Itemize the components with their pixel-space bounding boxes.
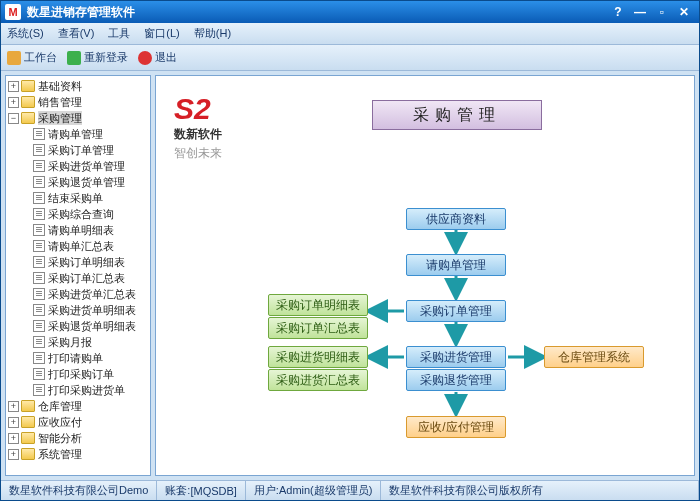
tree-node-purchase[interactable]: −采购管理 [6,110,150,126]
doc-icon [33,288,45,300]
menu-tools[interactable]: 工具 [108,26,130,41]
doc-icon [33,320,45,332]
doc-icon [33,352,45,364]
doc-icon [33,272,45,284]
flow-req[interactable]: 请购单管理 [406,254,506,276]
status-user: 用户:Admin(超级管理员) [246,481,382,500]
flow-recsummary[interactable]: 采购进货汇总表 [268,369,368,391]
page-title: 采购管理 [372,100,542,130]
tree-item[interactable]: 打印采购进货单 [6,382,150,398]
flow-ap[interactable]: 应收/应付管理 [406,416,506,438]
menu-help[interactable]: 帮助(H) [194,26,231,41]
tree-item[interactable]: 采购订单管理 [6,142,150,158]
doc-icon [33,224,45,236]
nav-tree[interactable]: +基础资料 +销售管理 −采购管理 请购单管理 采购订单管理 采购进货单管理 采… [5,75,151,476]
menu-view[interactable]: 查看(V) [58,26,95,41]
tree-item[interactable]: 采购订单汇总表 [6,270,150,286]
minimize-button[interactable]: — [629,4,651,20]
tree-item[interactable]: 打印采购订单 [6,366,150,382]
menu-system[interactable]: 系统(S) [7,26,44,41]
flow-posummary[interactable]: 采购订单汇总表 [268,317,368,339]
brand-logo: S2 [174,94,222,124]
tree-node-arap[interactable]: +应收应付 [6,414,150,430]
relogin-button[interactable]: 重新登录 [67,50,128,65]
content-canvas: S2 数新软件 智创未来 采购管理 供应商资料 请购单管理 采购订 [155,75,695,476]
tree-item[interactable]: 采购进货单明细表 [6,302,150,318]
flow-podetail[interactable]: 采购订单明细表 [268,294,368,316]
tree-node-system[interactable]: +系统管理 [6,446,150,462]
tree-item[interactable]: 采购退货单明细表 [6,318,150,334]
tree-item[interactable]: 采购综合查询 [6,206,150,222]
tree-item[interactable]: 采购进货单管理 [6,158,150,174]
exit-button[interactable]: 退出 [138,50,177,65]
tree-item[interactable]: 打印请购单 [6,350,150,366]
doc-icon [33,144,45,156]
tree-node-warehouse[interactable]: +仓库管理 [6,398,150,414]
flow-po[interactable]: 采购订单管理 [406,300,506,322]
tree-item[interactable]: 采购退货单管理 [6,174,150,190]
folder-icon [21,112,35,124]
flow-return[interactable]: 采购退货管理 [406,369,506,391]
doc-icon [33,160,45,172]
tree-item[interactable]: 采购订单明细表 [6,254,150,270]
flow-recdetail[interactable]: 采购进货明细表 [268,346,368,368]
tree-node-analysis[interactable]: +智能分析 [6,430,150,446]
flow-supplier[interactable]: 供应商资料 [406,208,506,230]
tree-item[interactable]: 请购单管理 [6,126,150,142]
folder-icon [21,448,35,460]
relogin-icon [67,51,81,65]
tree-node-sales[interactable]: +销售管理 [6,94,150,110]
flow-warehouse[interactable]: 仓库管理系统 [544,346,644,368]
workbench-icon [7,51,21,65]
doc-icon [33,208,45,220]
close-button[interactable]: ✕ [673,4,695,20]
status-copyright: 数星软件科技有限公司版权所有 [381,481,699,500]
flow-receipt[interactable]: 采购进货管理 [406,346,506,368]
app-title: 数星进销存管理软件 [27,4,135,21]
brand-line2: 智创未来 [174,145,222,162]
folder-icon [21,80,35,92]
doc-icon [33,176,45,188]
status-company: 数星软件科技有限公司Demo [1,481,157,500]
doc-icon [33,336,45,348]
app-logo-icon: M [5,4,21,20]
tree-item[interactable]: 请购单汇总表 [6,238,150,254]
doc-icon [33,368,45,380]
help-button[interactable]: ? [607,4,629,20]
doc-icon [33,384,45,396]
doc-icon [33,240,45,252]
doc-icon [33,128,45,140]
doc-icon [33,192,45,204]
status-set: 账套:[MQSDB] [157,481,246,500]
folder-icon [21,416,35,428]
statusbar: 数星软件科技有限公司Demo 账套:[MQSDB] 用户:Admin(超级管理员… [1,480,699,500]
menubar: 系统(S) 查看(V) 工具 窗口(L) 帮助(H) [1,23,699,45]
titlebar: M 数星进销存管理软件 ? — ▫ ✕ [1,1,699,23]
exit-icon [138,51,152,65]
brand-line1: 数新软件 [174,126,222,143]
folder-icon [21,400,35,412]
doc-icon [33,256,45,268]
tree-node-basics[interactable]: +基础资料 [6,78,150,94]
toolbar: 工作台 重新登录 退出 [1,45,699,71]
folder-icon [21,432,35,444]
tree-item[interactable]: 结束采购单 [6,190,150,206]
workbench-button[interactable]: 工作台 [7,50,57,65]
tree-item[interactable]: 采购月报 [6,334,150,350]
doc-icon [33,304,45,316]
folder-icon [21,96,35,108]
brand-block: S2 数新软件 智创未来 [174,94,222,162]
menu-window[interactable]: 窗口(L) [144,26,179,41]
maximize-button[interactable]: ▫ [651,4,673,20]
tree-item[interactable]: 请购单明细表 [6,222,150,238]
tree-item[interactable]: 采购进货单汇总表 [6,286,150,302]
